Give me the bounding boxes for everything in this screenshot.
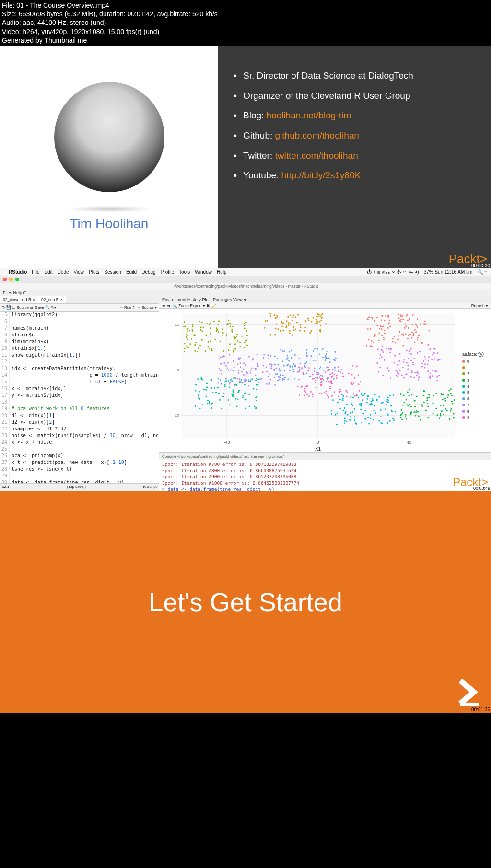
mac-menu-item[interactable]: Help: [217, 269, 227, 275]
svg-point-623: [316, 377, 318, 379]
source-tab[interactable]: 02_download.R×: [0, 296, 38, 303]
svg-point-96: [406, 315, 407, 316]
svg-point-940: [297, 386, 298, 387]
mac-menu-item[interactable]: Debug: [141, 269, 155, 275]
svg-point-201: [231, 331, 233, 333]
svg-point-181: [281, 322, 282, 323]
svg-point-531: [350, 396, 351, 398]
svg-point-163: [317, 321, 318, 323]
files-help-git[interactable]: Files Help Git: [0, 289, 491, 296]
svg-point-691: [234, 384, 235, 386]
svg-text:-40: -40: [173, 413, 179, 418]
svg-point-44: [388, 322, 390, 324]
source-tabs[interactable]: 02_download.R× 02_eda.R×: [0, 296, 159, 304]
bio-link[interactable]: twitter.com/thoolihan: [275, 150, 358, 161]
mac-menu-item[interactable]: Plots: [89, 269, 99, 275]
svg-point-736: [239, 378, 240, 380]
svg-point-525: [371, 401, 372, 402]
mac-menu-item[interactable]: File: [32, 269, 39, 275]
svg-point-843: [410, 360, 412, 361]
svg-point-846: [421, 363, 423, 364]
svg-point-840: [378, 371, 379, 372]
svg-point-710: [246, 371, 247, 372]
mac-menubar[interactable]: RStudio FileEditCodeViewPlotsSessionBuil…: [0, 268, 491, 276]
svg-point-709: [239, 381, 240, 382]
svg-point-276: [186, 336, 187, 338]
svg-point-465: [249, 393, 250, 395]
bio-link[interactable]: github.com/thoolihan: [275, 130, 359, 140]
source-tab-active[interactable]: 02_eda.R×: [38, 296, 66, 303]
svg-point-455: [245, 408, 246, 409]
right-pane-tabs[interactable]: Environment History Plots Packages Viewe…: [159, 296, 491, 303]
svg-point-205: [244, 325, 245, 326]
svg-point-617: [287, 357, 289, 359]
mac-menu-item[interactable]: Profile: [161, 269, 174, 275]
svg-point-322: [450, 388, 452, 390]
svg-point-823: [386, 348, 387, 349]
svg-point-56: [400, 319, 401, 320]
console-line: Epoch: Iteration #1000 error is: 0.86463…: [162, 480, 488, 486]
mac-menu-item[interactable]: Session: [104, 269, 121, 275]
mac-menu-item[interactable]: Edit: [44, 269, 52, 275]
svg-point-326: [415, 412, 417, 413]
rstudio-path: ~/workspace/contracting/packt-videos/mac…: [0, 283, 491, 289]
svg-point-368: [452, 403, 453, 404]
svg-point-870: [424, 367, 425, 368]
svg-point-973: [346, 391, 348, 393]
mac-menu-item[interactable]: Window: [195, 269, 212, 275]
minimize-icon[interactable]: [9, 278, 13, 281]
svg-point-94: [371, 340, 372, 342]
close-icon[interactable]: [3, 278, 7, 281]
svg-point-668: [282, 375, 284, 376]
close-tab-icon[interactable]: ×: [60, 297, 63, 302]
svg-point-673: [334, 370, 336, 371]
svg-point-320: [453, 413, 455, 414]
svg-point-970: [297, 371, 299, 373]
svg-point-949: [354, 395, 356, 396]
svg-point-767: [229, 383, 230, 384]
svg-point-521: [374, 394, 375, 395]
mac-menu-item[interactable]: View: [74, 269, 84, 275]
plots-toolbar[interactable]: ⬅ ➡ 🔍 Zoom Export ▾ ✖ 🧹 Publish ▾: [159, 303, 491, 309]
console-line: Epoch: Iteration #800 error is: 0.866038…: [162, 467, 488, 474]
svg-point-51: [399, 331, 400, 333]
svg-point-35: [384, 320, 385, 321]
bio-link[interactable]: http://bit.ly/2s1y80K: [281, 170, 361, 180]
svg-point-29: [392, 341, 394, 342]
svg-point-654: [300, 362, 301, 364]
svg-point-559: [385, 409, 386, 410]
mac-menu-item[interactable]: Build: [126, 269, 137, 275]
svg-point-135: [286, 325, 287, 327]
svg-point-589: [291, 350, 292, 351]
svg-point-141: [316, 316, 318, 317]
svg-point-400: [205, 389, 207, 391]
svg-point-472: [255, 380, 257, 381]
bio-link[interactable]: hoolihan.net/blog-tim: [267, 110, 351, 120]
svg-point-227: [184, 348, 185, 349]
source-editor[interactable]: 5678910111213141516171819202122232425262…: [0, 312, 159, 483]
svg-point-452: [198, 397, 199, 398]
svg-point-705: [219, 368, 220, 369]
svg-point-964: [346, 396, 347, 397]
svg-point-329: [423, 395, 424, 396]
mac-menu-item[interactable]: Tools: [179, 269, 190, 275]
svg-point-696: [262, 371, 264, 373]
svg-point-682: [255, 375, 256, 376]
source-toolbar[interactable]: ⟳ 💾 ☐ Source on Save 🔍 ✎▾ → Run ↻ → Sour…: [0, 304, 159, 312]
svg-point-697: [245, 364, 246, 366]
app-name[interactable]: RStudio: [9, 269, 27, 275]
svg-point-98: [367, 328, 369, 330]
svg-point-345: [444, 398, 446, 399]
svg-point-603: [286, 359, 287, 360]
zoom-icon[interactable]: [15, 278, 19, 281]
svg-point-89: [395, 342, 396, 343]
svg-point-783: [429, 348, 431, 350]
mac-menu-item[interactable]: Code: [58, 269, 69, 275]
svg-point-287: [193, 335, 195, 336]
svg-point-406: [235, 377, 236, 379]
svg-point-255: [228, 349, 229, 351]
svg-point-353: [409, 404, 410, 405]
spotlight-icon[interactable]: 🔍 ≡: [477, 269, 487, 275]
close-tab-icon[interactable]: ×: [33, 297, 35, 302]
svg-point-430: [245, 399, 246, 400]
